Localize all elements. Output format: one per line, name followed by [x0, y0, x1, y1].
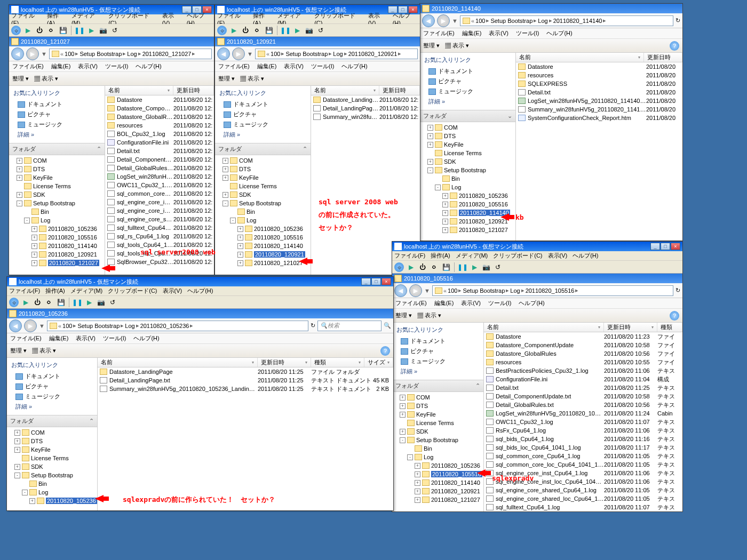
file-list[interactable]: Datastore2011/08/20resources2011/08/20SQ…	[516, 62, 682, 241]
fav-pictures[interactable]: ピクチャ	[424, 76, 511, 86]
file-row[interactable]: Summary_win28funHV5g_20110820_114140.txt…	[516, 105, 682, 114]
tree-item[interactable]: +20110820_105516	[392, 470, 483, 478]
tree-item[interactable]: License Terms	[9, 182, 105, 190]
file-row[interactable]: Datastore_LandingPa...2011/08/20 12:	[311, 95, 420, 104]
tree-item[interactable]: +DTS	[215, 165, 311, 173]
tree-item[interactable]: +20110820_105236	[215, 225, 311, 233]
tree-item[interactable]: Bin	[7, 479, 97, 488]
tree-item[interactable]: Bin	[420, 174, 515, 183]
breadcrumb[interactable]: « 100▸ Setup Bootstrap▸ Log▸ 20110820_11…	[460, 15, 673, 26]
refresh-icon[interactable]: ↻	[676, 17, 680, 24]
tree-item[interactable]: +KeyFile	[392, 410, 483, 419]
breadcrumb[interactable]: « 100▸ Setup Bootstrap▸ Log▸ 20110820_12…	[49, 49, 212, 59]
tree-item[interactable]: +DTS	[7, 437, 97, 445]
file-row[interactable]: BestPracticesPolicies_Cpu32_1.log2011/08…	[484, 366, 682, 375]
file-row[interactable]: Detail.txt2011/08/20 11:25テキス	[484, 383, 682, 392]
file-row[interactable]: resources2011/08/20 10:55ファイ	[484, 358, 682, 366]
tree-item[interactable]: +20110820_121027	[392, 495, 483, 504]
file-row[interactable]: SQLEXPRESS2011/08/20	[516, 79, 682, 88]
tree-item[interactable]: +20110820_105236	[392, 461, 483, 470]
folder-tree[interactable]: +COM+DTS+KeyFileLicense Terms+SDK-Setup …	[420, 122, 515, 241]
folders-header[interactable]: フォルダ⌄	[420, 110, 515, 122]
file-row[interactable]: sql_common_core_Cpu64_1.log2011/08/20 11…	[484, 452, 682, 460]
file-row[interactable]: Datastore_Compone...2011/08/20 12:	[105, 104, 214, 113]
tree-item[interactable]: +DTS	[9, 165, 105, 173]
nav-dropdown[interactable]: ▼	[452, 18, 458, 24]
tree-item[interactable]: License Terms	[7, 454, 97, 462]
tree-item[interactable]: +20110820_105516	[215, 233, 311, 242]
tree-item[interactable]: License Terms	[215, 182, 311, 190]
turnoff-icon[interactable]: ⏻	[35, 26, 44, 35]
tree-item[interactable]: +20110820_120921	[392, 487, 483, 495]
tree-item[interactable]: +KeyFile	[7, 445, 97, 454]
snapshot-icon[interactable]: 📷	[98, 26, 108, 35]
file-row[interactable]: LogSet_win28funHV5g_20110820_105516.cab2…	[484, 409, 682, 418]
tree-item[interactable]: License Terms	[392, 419, 483, 427]
tree-item[interactable]: -Setup Bootstrap	[9, 199, 105, 207]
tree-item[interactable]: -Log	[9, 216, 105, 225]
tree-item[interactable]: -Log	[7, 488, 97, 497]
shutdown-icon[interactable]: ⭘	[46, 26, 56, 35]
nav-back[interactable]: ◄	[11, 47, 24, 60]
tree-item[interactable]: Bin	[392, 444, 483, 453]
file-row[interactable]: LogSet_win28funHV5g_20110820_114140.cab2…	[516, 97, 682, 105]
tree-item[interactable]: +20110820_105516	[9, 233, 105, 242]
file-row[interactable]: sql_bids_Cpu64_1.log2011/08/20 11:16テキス	[484, 435, 682, 443]
file-row[interactable]: sql_engine_core_inst_...2011/08/20 12:	[105, 206, 214, 215]
tree-item[interactable]: Bin	[9, 207, 105, 216]
tree-item[interactable]: +COM	[9, 156, 105, 165]
tree-item[interactable]: -Log	[392, 453, 483, 461]
file-row[interactable]: OWC11_Cpu32_1.log2011/08/20 11:07テキス	[484, 418, 682, 426]
file-row[interactable]: Datastore_LandingPage2011/08/20 11:25ファイ…	[98, 367, 393, 376]
explorer-titlebar[interactable]: 20110820_114140	[420, 4, 682, 13]
pause-icon[interactable]: ❚❚	[75, 26, 84, 35]
tree-item[interactable]: +COM	[7, 428, 97, 437]
file-row[interactable]: Detail.txt2011/08/20 12:	[105, 147, 214, 155]
vm-menubar[interactable]: ファイル(F)操作(A)メディア(M)クリップボード(C)表示(V)ヘルプ(H)	[9, 14, 214, 24]
tree-item[interactable]: +SDK	[9, 190, 105, 199]
save-icon[interactable]: 💾	[58, 26, 68, 35]
tree-item[interactable]: +KeyFile	[215, 173, 311, 182]
file-row[interactable]: sql_fulltext_Cpu64_1.l...2011/08/20 12:	[105, 223, 214, 232]
ctrl-alt-del-icon[interactable]: ⟐	[11, 26, 21, 35]
file-row[interactable]: Summary_win28funHV5g_20110820_105236_Lan…	[98, 385, 393, 393]
file-row[interactable]: sql_engine_core_shared_loc_Cpu64_1041_1.…	[484, 494, 682, 503]
revert-icon[interactable]: ↺	[110, 26, 120, 35]
file-row[interactable]: Detail.txt2011/08/20	[516, 88, 682, 97]
file-row[interactable]: resources2011/08/20	[516, 71, 682, 79]
file-row[interactable]: Detail_ComponentUp...2011/08/20 12:	[105, 155, 214, 164]
tree-item[interactable]: +SDK	[392, 427, 483, 436]
explorer-menubar[interactable]: ファイル(E)編集(E)表示(V)ツール(I)ヘルプ(H)	[420, 28, 682, 39]
file-row[interactable]: sql_bids_loc_Cpu64_1041_1.log2011/08/20 …	[484, 443, 682, 452]
file-row[interactable]: SqlBrowser_Cpu32_1...2011/08/20 12:	[105, 258, 214, 266]
file-row[interactable]: LogSet_win28funHV5...2011/08/20 12:	[105, 172, 214, 181]
tree-item[interactable]: +COM	[215, 156, 311, 165]
tree-item[interactable]: +20110820_121027	[420, 226, 515, 234]
tree-item[interactable]: +KeyFile	[420, 140, 515, 149]
explorer-titlebar[interactable]: 20110820_121027	[9, 37, 214, 46]
file-row[interactable]: ConfigurationFile.ini2011/08/20 11:04構成	[484, 375, 682, 383]
file-row[interactable]: Datastore2011/08/20	[516, 62, 682, 71]
help-icon[interactable]: ?	[670, 41, 679, 51]
file-row[interactable]: Detail_LandingPage.txt2011/08/20 11:25テキ…	[98, 376, 393, 385]
file-row[interactable]: Datastore_GlobalRules2011/08/20 10:56ファイ	[484, 349, 682, 358]
tree-item[interactable]: -Setup Bootstrap	[215, 199, 311, 207]
file-row[interactable]: OWC11_Cpu32_1.log2011/08/20 12:	[105, 181, 214, 189]
file-row[interactable]: SystemConfigurationCheck_Report.htm2011/…	[516, 114, 682, 122]
start-icon[interactable]: ▶	[23, 26, 33, 35]
tree-item[interactable]: +20110820_105236	[7, 497, 97, 505]
nav-forward[interactable]: ►	[437, 14, 450, 27]
tree-item[interactable]: +20110820_120921	[9, 250, 105, 259]
column-headers[interactable]: 名前▾ 更新日時	[516, 53, 682, 62]
file-row[interactable]: RsFx_Cpu64_1.log2011/08/20 11:06テキス	[484, 426, 682, 435]
tree-item[interactable]: +20110820_114140	[392, 478, 483, 487]
explorer-menubar[interactable]: ファイル(E)編集(E)表示(V)ツール(I)ヘルプ(H)	[9, 61, 214, 72]
file-row[interactable]: sql_fulltext_Cpu64_1.log2011/08/20 11:07…	[484, 503, 682, 511]
file-row[interactable]: sql_engine_core_shar...2011/08/20 12:	[105, 215, 214, 223]
file-row[interactable]: Datastore2011/08/20 11:23ファイ	[484, 332, 682, 341]
file-row[interactable]: Datastore_ComponentUpdate2011/08/20 10:5…	[484, 341, 682, 349]
views-button[interactable]: ▦ 表示 ▾	[34, 75, 58, 83]
file-row[interactable]: sql_engine_core_shared_Cpu64_1.log2011/0…	[484, 486, 682, 494]
views-button[interactable]: ▦ 表示 ▾	[445, 42, 469, 50]
tree-item[interactable]: +DTS	[420, 132, 515, 140]
